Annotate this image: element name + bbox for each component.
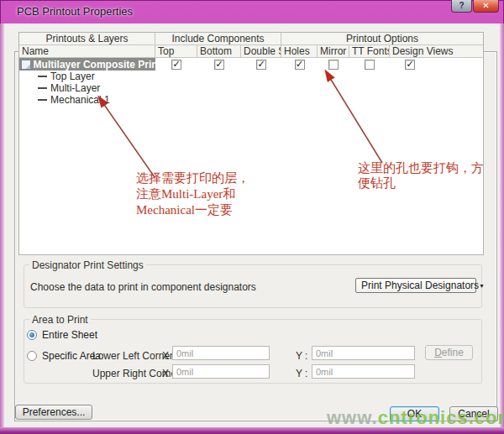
upper-right-y-label: Y : bbox=[296, 368, 307, 379]
check-mark-icon: ✓ bbox=[215, 60, 223, 69]
layer-color-icon bbox=[38, 87, 47, 89]
specific-area-radio[interactable]: Specific Area bbox=[27, 350, 101, 362]
check-mark-icon: ✓ bbox=[257, 60, 265, 69]
window-border-bottom bbox=[0, 427, 504, 434]
upper-right-x-input[interactable] bbox=[172, 364, 270, 379]
radio-selected-icon[interactable] bbox=[27, 330, 37, 340]
check-mark-icon: ✓ bbox=[172, 60, 181, 69]
column-header-tt-fonts: TT Fonts bbox=[349, 45, 390, 57]
check-mark-icon: ✓ bbox=[296, 60, 304, 69]
group-label-designator: Designator Print Settings bbox=[29, 259, 146, 271]
table-group-header-row: Printouts & Layers Include Components Pr… bbox=[19, 33, 483, 45]
layer-color-icon bbox=[38, 76, 47, 77]
window-border-right bbox=[500, 24, 504, 434]
lower-left-y-label: Y : bbox=[296, 350, 307, 362]
close-icon: ✕ bbox=[482, 1, 489, 10]
checkbox-mirror[interactable] bbox=[328, 60, 339, 70]
help-icon: ? bbox=[459, 1, 464, 10]
group-header-printout-options: Printout Options bbox=[281, 33, 483, 44]
entire-sheet-radio[interactable]: Entire Sheet bbox=[27, 329, 97, 341]
table-column-header-row: Name Top Bottom Double Si... Holes Mirro… bbox=[19, 45, 483, 58]
printouts-table: Printouts & Layers Include Components Pr… bbox=[18, 32, 484, 255]
column-header-bottom: Bottom bbox=[197, 45, 241, 57]
group-label-area: Area to Print bbox=[29, 314, 91, 326]
dropdown-arrow-icon: ▼ bbox=[479, 283, 485, 289]
lower-left-y-input[interactable] bbox=[312, 346, 415, 360]
column-header-top: Top bbox=[155, 45, 197, 57]
checkbox-design-views[interactable]: ✓ bbox=[405, 60, 415, 70]
layer-label: Top Layer bbox=[50, 71, 95, 82]
dropdown-selected-value: Print Physical Designators bbox=[356, 280, 479, 291]
check-mark-icon: ✓ bbox=[406, 60, 414, 69]
checkbox-tt-fonts[interactable] bbox=[365, 60, 375, 70]
checkbox-holes[interactable]: ✓ bbox=[295, 60, 305, 70]
lower-left-x-input[interactable] bbox=[172, 346, 270, 360]
layer-color-icon bbox=[38, 99, 47, 101]
lower-left-corner-label: Lower Left Corner bbox=[92, 350, 173, 362]
layer-label: Mechanical 1 bbox=[50, 94, 110, 106]
group-header-printouts-layers: Printouts & Layers bbox=[19, 33, 155, 44]
printout-name-cell[interactable]: Multilayer Composite Print bbox=[19, 58, 155, 71]
cancel-button[interactable]: Cancel bbox=[449, 406, 498, 421]
close-button[interactable]: ✕ bbox=[473, 0, 499, 13]
radio-unselected-icon[interactable] bbox=[27, 351, 37, 361]
window-title: PCB Printout Properties bbox=[17, 5, 133, 18]
layer-item-top-layer[interactable]: Top Layer bbox=[19, 71, 483, 82]
define-button[interactable]: Define bbox=[425, 345, 473, 360]
printout-name-label: Multilayer Composite Print bbox=[34, 59, 155, 71]
group-header-include-components: Include Components bbox=[155, 33, 281, 44]
table-row-multilayer-composite-print[interactable]: Multilayer Composite Print ✓ ✓ ✓ ✓ ✓ bbox=[19, 58, 483, 71]
preferences-button[interactable]: Preferences... bbox=[15, 405, 92, 420]
checkbox-double-side[interactable]: ✓ bbox=[256, 60, 266, 70]
column-header-name: Name bbox=[19, 45, 155, 57]
pcb-printout-properties-dialog: PCB Printout Properties ? ✕ Printouts & … bbox=[0, 0, 504, 434]
column-header-double-side: Double Si... bbox=[241, 45, 281, 57]
checkbox-bottom[interactable]: ✓ bbox=[214, 60, 224, 70]
title-bar[interactable]: PCB Printout Properties ? ✕ bbox=[0, 0, 504, 24]
column-header-mirror: Mirror bbox=[318, 45, 349, 57]
designator-description: Choose the data to print in component de… bbox=[30, 281, 256, 293]
checkbox-top[interactable]: ✓ bbox=[171, 60, 181, 70]
layer-label: Multi-Layer bbox=[50, 82, 100, 94]
help-button[interactable]: ? bbox=[451, 0, 472, 13]
column-header-holes: Holes bbox=[281, 45, 318, 57]
upper-right-y-input[interactable] bbox=[312, 364, 415, 379]
layer-item-multi-layer[interactable]: Multi-Layer bbox=[19, 82, 483, 94]
designator-dropdown[interactable]: Print Physical Designators ▼ bbox=[355, 278, 476, 293]
ok-button[interactable]: OK bbox=[390, 406, 439, 421]
document-icon bbox=[21, 60, 31, 70]
entire-sheet-label: Entire Sheet bbox=[42, 329, 97, 341]
layer-item-mechanical-1[interactable]: Mechanical 1 bbox=[19, 94, 483, 106]
column-header-design-views: Design Views bbox=[390, 45, 483, 57]
